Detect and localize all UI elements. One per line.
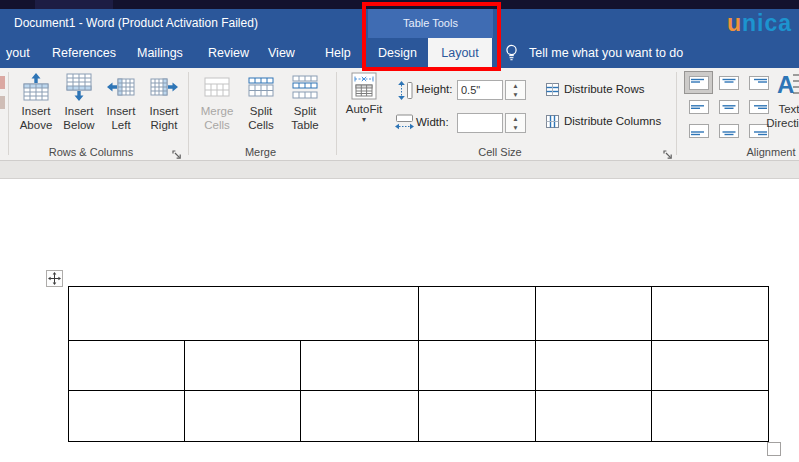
align-bottom-center-icon bbox=[719, 124, 739, 138]
width-spin-down-icon[interactable]: ▼ bbox=[506, 123, 525, 132]
width-label: Width: bbox=[416, 116, 449, 128]
top-strip-highlight bbox=[35, 0, 113, 9]
group-separator bbox=[188, 72, 189, 155]
insert-below-button[interactable]: Insert Below bbox=[58, 71, 100, 143]
cropped-icon-fragment bbox=[0, 96, 5, 109]
dropdown-arrow-icon: ▾ bbox=[340, 116, 388, 124]
tab-review[interactable]: Review bbox=[208, 38, 249, 68]
align-bottom-center-button[interactable] bbox=[714, 119, 743, 142]
word-window: Document1 - Word (Product Activation Fai… bbox=[0, 0, 799, 462]
table-cell[interactable] bbox=[419, 391, 536, 442]
tab-mailings[interactable]: Mailings bbox=[137, 38, 183, 68]
document-table bbox=[68, 286, 769, 442]
group-separator bbox=[8, 72, 9, 155]
height-input[interactable] bbox=[457, 80, 503, 100]
row-height-icon bbox=[396, 81, 413, 104]
move-cross-icon bbox=[48, 272, 61, 285]
logo-rest: nica bbox=[742, 10, 792, 36]
table-cell-merged[interactable] bbox=[69, 287, 419, 341]
table-cell[interactable] bbox=[185, 341, 301, 391]
titlebar: Document1 - Word (Product Activation Fai… bbox=[0, 9, 799, 38]
ribbon-tab-bar: yout References Mailings Review View Hel… bbox=[0, 38, 799, 68]
align-center-button[interactable] bbox=[714, 95, 743, 118]
autofit-button[interactable]: AutoFit ▾ bbox=[340, 71, 388, 143]
tab-references[interactable]: References bbox=[52, 38, 116, 68]
insert-above-label: Insert bbox=[22, 105, 51, 117]
table-row bbox=[69, 341, 769, 391]
table-cell[interactable] bbox=[185, 391, 301, 442]
height-spinner: ▲ ▼ bbox=[505, 80, 526, 100]
width-spinner: ▲ ▼ bbox=[505, 113, 526, 133]
table-cell[interactable] bbox=[419, 287, 536, 341]
insert-below-icon bbox=[64, 72, 94, 102]
document-top-margin bbox=[0, 161, 799, 179]
table-cell[interactable] bbox=[419, 341, 536, 391]
split-cells-button[interactable]: Split Cells bbox=[240, 71, 282, 143]
group-label-merge: Merge bbox=[188, 146, 333, 160]
rows-columns-dialog-launcher-icon[interactable] bbox=[172, 147, 184, 159]
table-tools-context-header: Table Tools bbox=[368, 9, 493, 38]
column-width-icon bbox=[395, 114, 414, 135]
width-spin-up-icon[interactable]: ▲ bbox=[506, 114, 525, 123]
tab-layout-active[interactable]: Layout bbox=[428, 38, 492, 68]
tell-me-box[interactable]: Tell me what you want to do bbox=[529, 38, 683, 68]
table-cell[interactable] bbox=[536, 341, 652, 391]
split-cells-icon bbox=[246, 72, 276, 102]
align-top-center-icon bbox=[719, 76, 739, 90]
table-cell[interactable] bbox=[536, 287, 652, 341]
width-input[interactable] bbox=[457, 113, 503, 133]
text-direction-button[interactable]: A Text Direction bbox=[766, 71, 799, 130]
lightbulb-icon bbox=[504, 44, 519, 66]
align-top-left-icon bbox=[689, 76, 709, 90]
unica-logo: unica bbox=[727, 10, 792, 37]
table-row bbox=[69, 391, 769, 442]
align-center-left-button[interactable] bbox=[684, 95, 713, 118]
table-resize-handle[interactable] bbox=[767, 442, 781, 456]
merge-cells-button: Merge Cells bbox=[194, 71, 240, 143]
insert-above-button[interactable]: Insert Above bbox=[14, 71, 58, 143]
table-cell[interactable] bbox=[69, 341, 185, 391]
insert-left-button[interactable]: Insert Left bbox=[100, 71, 142, 143]
cell-size-dialog-launcher-icon[interactable] bbox=[663, 147, 675, 159]
insert-right-icon bbox=[149, 72, 179, 102]
tab-design[interactable]: Design bbox=[378, 38, 417, 68]
table-move-handle[interactable] bbox=[46, 270, 63, 287]
cropped-icon-fragment bbox=[0, 76, 5, 89]
group-separator bbox=[676, 72, 677, 155]
tab-help[interactable]: Help bbox=[325, 38, 351, 68]
table-cell[interactable] bbox=[69, 391, 185, 442]
tab-layout-cropped[interactable]: yout bbox=[6, 38, 30, 68]
insert-above-icon bbox=[21, 72, 51, 102]
autofit-label: AutoFit bbox=[346, 103, 382, 115]
table-cell[interactable] bbox=[301, 391, 419, 442]
window-title: Document1 - Word (Product Activation Fai… bbox=[14, 16, 258, 30]
split-table-button[interactable]: Split Table bbox=[282, 71, 328, 143]
split-table-icon bbox=[290, 72, 320, 102]
logo-first-letter: u bbox=[727, 10, 742, 36]
align-top-center-button[interactable] bbox=[714, 71, 743, 94]
distribute-rows-label: Distribute Rows bbox=[564, 83, 645, 95]
align-top-left-button[interactable] bbox=[684, 71, 713, 94]
table-cell[interactable] bbox=[652, 391, 769, 442]
table-cell[interactable] bbox=[301, 341, 419, 391]
table-cell[interactable] bbox=[652, 341, 769, 391]
distribute-columns-icon bbox=[545, 114, 560, 129]
tab-view[interactable]: View bbox=[268, 38, 295, 68]
group-label-rows-columns: Rows & Columns bbox=[8, 146, 174, 160]
height-label: Height: bbox=[416, 83, 452, 95]
table-cell[interactable] bbox=[652, 287, 769, 341]
align-center-left-icon bbox=[689, 100, 709, 114]
align-bottom-left-icon bbox=[689, 124, 709, 138]
height-spin-down-icon[interactable]: ▼ bbox=[506, 90, 525, 99]
distribute-columns-label: Distribute Columns bbox=[564, 115, 661, 127]
table-cell[interactable] bbox=[536, 391, 652, 442]
insert-right-button[interactable]: Insert Right bbox=[142, 71, 186, 143]
top-strip bbox=[0, 0, 799, 9]
group-separator bbox=[336, 72, 337, 155]
distribute-rows-button[interactable]: Distribute Rows bbox=[545, 82, 645, 100]
align-center-icon bbox=[719, 100, 739, 114]
height-spin-up-icon[interactable]: ▲ bbox=[506, 81, 525, 90]
distribute-columns-button[interactable]: Distribute Columns bbox=[545, 114, 661, 132]
text-direction-icon: A bbox=[769, 71, 799, 98]
align-bottom-left-button[interactable] bbox=[684, 119, 713, 142]
